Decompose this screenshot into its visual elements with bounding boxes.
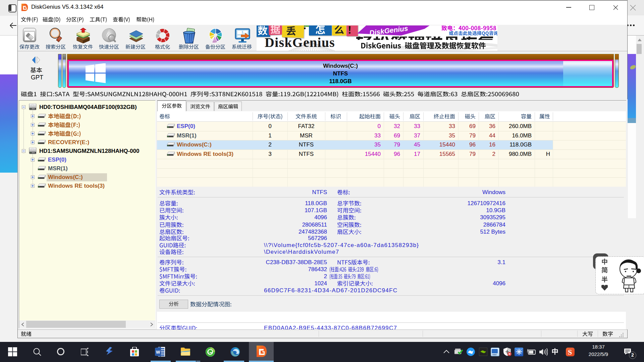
svg-text:W: W: [156, 350, 160, 355]
